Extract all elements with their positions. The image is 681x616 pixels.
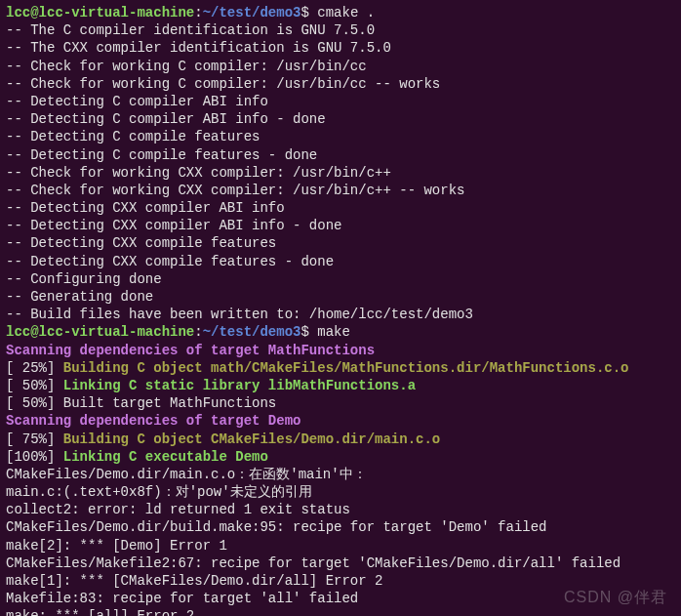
progress: [100%] (6, 449, 63, 465)
prompt-path: ~/test/demo3 (203, 324, 301, 340)
link-line: [ 50%] Linking C static library libMathF… (6, 377, 675, 394)
progress: [ 75%] (6, 431, 63, 447)
prompt-user: lcc@lcc-virtual-machine (6, 5, 194, 21)
link-msg: Linking C executable Demo (63, 449, 268, 465)
command-text: make (317, 324, 350, 340)
build-line: [ 75%] Building C object CMakeFiles/Demo… (6, 431, 675, 448)
prompt-path: ~/test/demo3 (203, 5, 301, 21)
progress: [ 25%] (6, 360, 63, 376)
output-line: -- Check for working CXX compiler: /usr/… (6, 182, 675, 199)
output-line: -- Configuring done (6, 270, 675, 288)
output-line: -- Build files have been written to: /ho… (6, 306, 675, 323)
output-line: -- Detecting CXX compiler ABI info - don… (6, 217, 675, 234)
error-line: CMakeFiles/Demo.dir/main.c.o：在函数'main'中： (6, 466, 675, 483)
output-line: -- Detecting CXX compile features (6, 234, 675, 252)
link-msg: Linking C static library libMathFunction… (63, 378, 416, 393)
prompt-line-1[interactable]: lcc@lcc-virtual-machine:~/test/demo3$ cm… (6, 4, 675, 21)
build-msg: Building C object math/CMakeFiles/MathFu… (63, 360, 629, 376)
output-line: -- Detecting C compiler ABI info (6, 93, 675, 110)
progress: [ 50%] (6, 378, 63, 393)
error-line: collect2: error: ld returned 1 exit stat… (6, 501, 675, 518)
error-line: CMakeFiles/Makefile2:67: recipe for targ… (6, 554, 675, 572)
output-line: -- Detecting C compiler ABI info - done (6, 110, 675, 128)
error-line: CMakeFiles/Demo.dir/build.make:95: recip… (6, 518, 675, 536)
prompt-sep2: $ (300, 324, 317, 340)
output-line: -- The CXX compiler identification is GN… (6, 39, 675, 57)
prompt-sep: : (194, 5, 202, 21)
error-line: make[2]: *** [Demo] Error 1 (6, 537, 675, 554)
output-line: -- Detecting C compile features (6, 128, 675, 145)
output-line: -- Generating done (6, 288, 675, 306)
scan-line: Scanning dependencies of target MathFunc… (6, 342, 675, 359)
output-line: -- Detecting CXX compile features - done (6, 253, 675, 270)
build-line: [ 25%] Building C object math/CMakeFiles… (6, 359, 675, 377)
build-msg: Building C object CMakeFiles/Demo.dir/ma… (63, 431, 440, 447)
prompt-sep2: $ (300, 5, 317, 21)
output-line: -- Check for working C compiler: /usr/bi… (6, 75, 675, 93)
output-line: -- Check for working CXX compiler: /usr/… (6, 164, 675, 182)
watermark: CSDN @伴君 (564, 588, 667, 608)
output-line: -- Detecting C compile features - done (6, 146, 675, 164)
output-line: -- Detecting CXX compiler ABI info (6, 199, 675, 217)
scan-line: Scanning dependencies of target Demo (6, 412, 675, 430)
output-line: -- The C compiler identification is GNU … (6, 21, 675, 39)
prompt-line-2[interactable]: lcc@lcc-virtual-machine:~/test/demo3$ ma… (6, 323, 675, 341)
prompt-sep: : (194, 324, 202, 340)
built-line: [ 50%] Built target MathFunctions (6, 394, 675, 412)
prompt-user: lcc@lcc-virtual-machine (6, 324, 194, 340)
error-line: main.c:(.text+0x8f)：对'pow'未定义的引用 (6, 483, 675, 501)
output-line: -- Check for working C compiler: /usr/bi… (6, 58, 675, 75)
error-line: make: *** [all] Error 2 (6, 607, 675, 616)
link-line: [100%] Linking C executable Demo (6, 448, 675, 466)
command-text: cmake . (317, 5, 375, 21)
